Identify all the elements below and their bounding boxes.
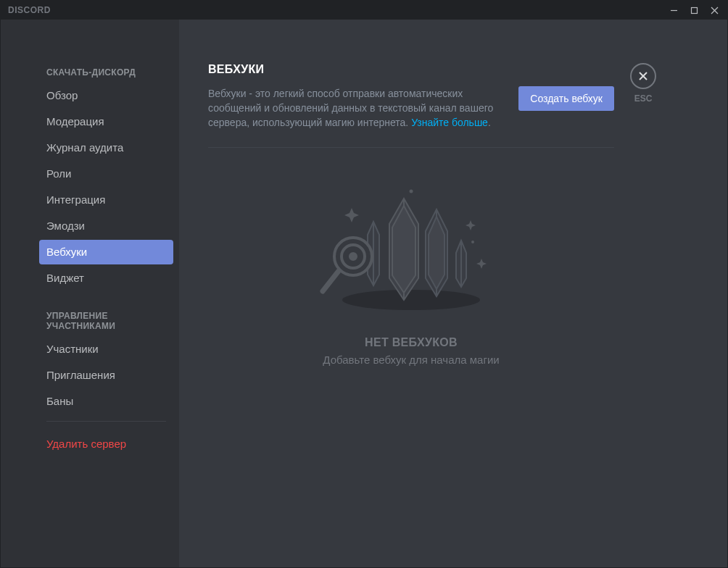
svg-point-4 xyxy=(342,290,480,310)
svg-point-20 xyxy=(471,241,474,243)
close-icon xyxy=(637,70,649,82)
main-content: ВЕБХУКИ Вебхуки - это легкий способ отпр… xyxy=(179,20,727,567)
sidebar-item-label: Участники xyxy=(46,343,99,355)
description-text-end: . xyxy=(488,117,491,128)
sidebar-item-roles[interactable]: Роли xyxy=(39,162,173,186)
sidebar-item-audit-log[interactable]: Журнал аудита xyxy=(39,135,173,160)
minimize-button[interactable] xyxy=(663,2,684,18)
create-webhook-button[interactable]: Создать вебхук xyxy=(518,86,614,111)
esc-label: ESC xyxy=(634,93,653,104)
maximize-icon xyxy=(690,7,698,14)
crystals-icon xyxy=(317,184,505,314)
header-row: Вебхуки - это легкий способ отправки авт… xyxy=(208,86,614,148)
empty-state: НЕТ ВЕБХУКОВ Добавьте вебхук для начала … xyxy=(208,148,614,366)
sidebar-item-emoji[interactable]: Эмодзи xyxy=(39,214,173,238)
app-body: СКАЧАТЬ-ДИСКОРД Обзор Модерация Журнал а… xyxy=(1,20,727,567)
sidebar-item-label: Эмодзи xyxy=(46,220,85,232)
empty-illustration xyxy=(317,184,505,314)
sidebar-section-header-server: СКАЧАТЬ-ДИСКОРД xyxy=(39,63,173,82)
minimize-icon xyxy=(670,7,678,14)
close-window-button[interactable] xyxy=(704,2,724,18)
titlebar: DISCORD xyxy=(1,1,727,20)
close-column: ESC xyxy=(614,63,658,553)
sidebar-item-label: Вебхуки xyxy=(46,246,87,258)
app-name: DISCORD xyxy=(8,5,51,15)
svg-point-18 xyxy=(350,254,356,259)
empty-state-subtitle: Добавьте вебхук для начала магии xyxy=(323,354,499,366)
learn-more-link[interactable]: Узнайте больше xyxy=(411,117,488,128)
svg-rect-1 xyxy=(691,7,697,13)
svg-line-17 xyxy=(323,271,339,291)
sidebar-item-label: Удалить сервер xyxy=(46,438,126,450)
sidebar-item-invites[interactable]: Приглашения xyxy=(39,363,173,388)
sidebar-section-header-members: УПРАВЛЕНИЕ УЧАСТНИКАМИ xyxy=(39,306,173,335)
sidebar-item-label: Роли xyxy=(46,167,72,180)
content-column: ВЕБХУКИ Вебхуки - это легкий способ отпр… xyxy=(208,63,614,553)
sidebar-item-webhooks[interactable]: Вебхуки xyxy=(39,240,173,264)
sidebar-item-label: Модерация xyxy=(46,115,104,128)
page-description: Вебхуки - это легкий способ отправки авт… xyxy=(208,86,504,130)
window-controls xyxy=(663,2,724,18)
page-title: ВЕБХУКИ xyxy=(208,63,614,76)
sidebar-item-delete-server[interactable]: Удалить сервер xyxy=(39,432,173,456)
sidebar-item-members[interactable]: Участники xyxy=(39,337,173,362)
sidebar-item-integrations[interactable]: Интеграция xyxy=(39,188,173,212)
sidebar-item-label: Приглашения xyxy=(46,369,115,381)
sidebar-item-overview[interactable]: Обзор xyxy=(39,83,173,108)
sidebar-item-bans[interactable]: Баны xyxy=(39,389,173,414)
app-window: DISCORD СКАЧАТЬ-ДИСКОРД Обзор Модерация … xyxy=(0,0,728,568)
svg-point-19 xyxy=(410,190,413,193)
sidebar-item-moderation[interactable]: Модерация xyxy=(39,109,173,134)
sidebar-divider xyxy=(46,421,166,422)
maximize-button[interactable] xyxy=(684,2,704,18)
sidebar-item-label: Интеграция xyxy=(46,193,105,206)
sidebar-item-widget[interactable]: Виджет xyxy=(39,266,173,291)
sidebar-item-label: Журнал аудита xyxy=(46,141,123,154)
close-settings-button[interactable] xyxy=(630,63,656,89)
sidebar-item-label: Виджет xyxy=(46,272,84,284)
close-icon xyxy=(711,7,719,14)
settings-sidebar: СКАЧАТЬ-ДИСКОРД Обзор Модерация Журнал а… xyxy=(1,20,179,567)
sidebar-item-label: Обзор xyxy=(46,89,78,101)
sidebar-item-label: Баны xyxy=(46,395,73,407)
empty-state-title: НЕТ ВЕБХУКОВ xyxy=(365,336,458,349)
